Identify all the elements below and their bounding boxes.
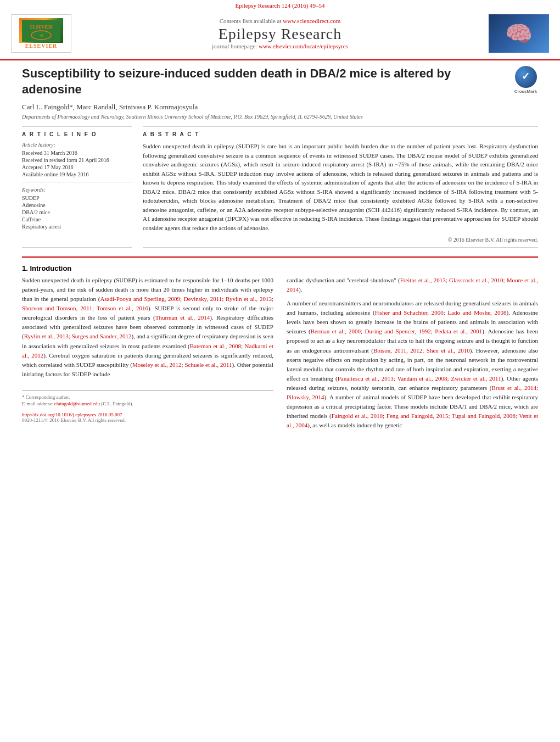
- intro-para-right-2: A number of neurotransmitters and neurom…: [287, 299, 538, 430]
- email-label: E-mail address:: [22, 401, 53, 406]
- journal-branding: ELSEVIER 🌿 ELSEVIER Contents lists avail…: [0, 10, 560, 57]
- doi-section: http://dx.doi.org/10.1016/j.eplepsyres.2…: [22, 412, 273, 423]
- affiliation: Departments of Pharmacology and Neurolog…: [22, 114, 538, 120]
- keyword-1: SUDEP: [22, 195, 132, 201]
- body-left-column: Sudden unexpected death in epilepsy (SUD…: [22, 276, 273, 434]
- journal-citation-bar: Epilepsy Research 124 (2016) 49–54: [0, 0, 560, 10]
- introduction-heading: 1. Introduction: [22, 264, 538, 272]
- received-date: Received 31 March 2016: [22, 150, 132, 156]
- intro-para-right-1: cardiac dysfunction and "cerebral shutdo…: [287, 276, 538, 294]
- keyword-5: Respiratory arrest: [22, 224, 132, 230]
- keyword-2: Adenosine: [22, 202, 132, 208]
- keyword-4: Caffeine: [22, 216, 132, 222]
- sciencedirect-link[interactable]: www.sciencedirect.com: [283, 18, 340, 24]
- journal-right-logo: 🧠: [489, 14, 549, 53]
- footnote-area: * Corresponding author. E-mail address: …: [22, 390, 273, 423]
- journal-citation: Epilepsy Research 124 (2016) 49–54: [235, 2, 324, 9]
- contents-text: Contents lists available at: [220, 18, 282, 24]
- history-label: Article history:: [22, 142, 132, 148]
- abstract-title: A B S T R A C T: [143, 131, 538, 137]
- journal-title-section: Contents lists available at www.scienced…: [71, 18, 489, 49]
- crossmark-label: CrossMark: [514, 89, 537, 94]
- article-content: Susceptibility to seizure-induced sudden…: [0, 60, 560, 445]
- article-title-section: Susceptibility to seizure-induced sudden…: [22, 66, 538, 97]
- corresponding-label: * Corresponding author.: [22, 394, 70, 400]
- email-info: E-mail address: cfaingold@siumed.edu (C.…: [22, 400, 273, 408]
- homepage-text: journal homepage:: [212, 43, 257, 49]
- keyword-3: DBA/2 mice: [22, 209, 132, 215]
- available-date: Available online 19 May 2016: [22, 171, 132, 177]
- elsevier-logo: ELSEVIER 🌿 ELSEVIER: [11, 14, 71, 53]
- journal-title: Epilepsy Research: [71, 25, 489, 43]
- intro-para-1: Sudden unexpected death in epilepsy (SUD…: [22, 276, 273, 379]
- svg-text:ELSEVIER: ELSEVIER: [30, 25, 53, 30]
- body-right-column: cardiac dysfunction and "cerebral shutdo…: [287, 276, 538, 434]
- author-names: Carl L. Faingold*, Marc Randall, Sriniva…: [22, 103, 198, 111]
- body-separator: [22, 256, 538, 258]
- article-title: Susceptibility to seizure-induced sudden…: [22, 66, 505, 97]
- info-divider: [22, 182, 132, 182]
- journal-header: Epilepsy Research 124 (2016) 49–54 ELSEV…: [0, 0, 560, 60]
- brain-icon: 🧠: [505, 21, 533, 47]
- journal-homepage: journal homepage: www.elsevier.com/locat…: [71, 43, 489, 49]
- copyright: © 2016 Elsevier B.V. All rights reserved…: [143, 237, 538, 243]
- elsevier-label: ELSEVIER: [25, 43, 58, 49]
- email-suffix: (C.L. Faingold).: [101, 401, 133, 406]
- elsevier-logo-img: ELSEVIER 🌿: [19, 18, 63, 43]
- corresponding-author: * Corresponding author.: [22, 394, 273, 401]
- svg-text:🌿: 🌿: [40, 34, 44, 38]
- body-columns: Sudden unexpected death in epilepsy (SUD…: [22, 276, 538, 434]
- authors: Carl L. Faingold*, Marc Randall, Sriniva…: [22, 103, 538, 111]
- article-info: A R T I C L E I N F O Article history: R…: [22, 126, 132, 248]
- issn-text: 0920-1211/© 2016 Elsevier B.V. All right…: [22, 417, 273, 423]
- article-info-abstract: A R T I C L E I N F O Article history: R…: [22, 126, 538, 248]
- doi-link[interactable]: http://dx.doi.org/10.1016/j.eplepsyres.2…: [22, 412, 273, 417]
- abstract-text: Sudden unexpected death in epilepsy (SUD…: [143, 142, 538, 232]
- received-revised-date: Received in revised form 21 April 2016: [22, 157, 132, 163]
- crossmark-section: ✓ CrossMark: [513, 66, 538, 94]
- contents-availability: Contents lists available at www.scienced…: [71, 18, 489, 24]
- crossmark-icon[interactable]: ✓: [515, 66, 537, 88]
- article-info-title: A R T I C L E I N F O: [22, 131, 132, 137]
- email-address[interactable]: cfaingold@siumed.edu: [54, 401, 100, 406]
- homepage-link[interactable]: www.elsevier.com/locate/epilepsyres: [259, 43, 348, 49]
- keywords-label: Keywords:: [22, 187, 132, 193]
- abstract-section: A B S T R A C T Sudden unexpected death …: [143, 126, 538, 248]
- abstract-body: Sudden unexpected death in epilepsy (SUD…: [143, 143, 538, 231]
- accepted-date: Accepted 17 May 2016: [22, 164, 132, 170]
